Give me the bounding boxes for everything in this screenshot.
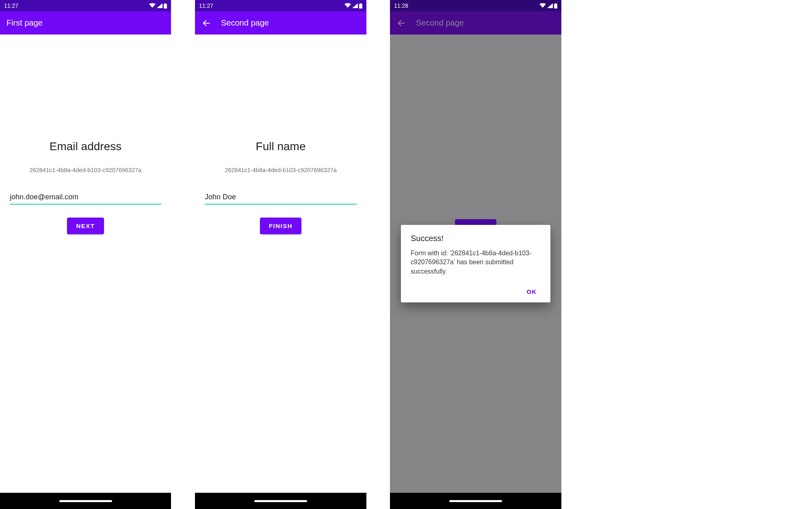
dialog-title: Success! <box>411 234 541 243</box>
form-block: Email address 262841c1-4b8a-4ded-b103-c9… <box>0 140 171 234</box>
back-button[interactable] <box>201 18 211 28</box>
layout-gap <box>171 0 195 509</box>
page-title: First page <box>6 18 43 28</box>
app-bar: Second page <box>195 11 366 35</box>
page-body: Full name 262841c1-4b8a-4ded-b103-c92076… <box>195 35 366 493</box>
status-icons <box>539 3 557 9</box>
finish-button[interactable]: FINISH <box>260 218 301 234</box>
system-nav-bar[interactable] <box>0 493 171 509</box>
field-label: Full name <box>256 140 306 153</box>
status-time: 11:27 <box>4 2 18 9</box>
page-title: Second page <box>221 18 269 28</box>
svg-rect-3 <box>360 3 362 4</box>
dialog-body: Form with id: '262841c1-4b8a-4ded-b103-c… <box>411 249 541 276</box>
arrow-back-icon <box>397 19 406 28</box>
phone-screen-1: 11:27 First page Email address 262841c1-… <box>0 0 171 509</box>
status-icons <box>149 3 167 9</box>
phone-screen-2: 11:27 Second page Full name 262841c1-4b8… <box>195 0 366 509</box>
field-label: Email address <box>50 140 121 153</box>
wifi-icon <box>344 3 351 8</box>
nav-home-pill[interactable] <box>254 500 307 502</box>
email-input[interactable] <box>10 190 161 205</box>
success-dialog: Success! Form with id: '262841c1-4b8a-4d… <box>401 225 550 302</box>
wifi-icon <box>539 3 546 8</box>
battery-icon <box>164 3 167 9</box>
svg-rect-4 <box>554 4 557 9</box>
dialog-actions: OK <box>411 284 541 299</box>
nav-home-pill[interactable] <box>449 500 502 502</box>
signal-icon <box>352 3 358 8</box>
dialog-overlay: Success! Form with id: '262841c1-4b8a-4d… <box>390 35 561 493</box>
dialog-ok-button[interactable]: OK <box>523 284 541 299</box>
svg-rect-0 <box>164 4 167 9</box>
svg-rect-1 <box>165 3 166 4</box>
system-nav-bar[interactable] <box>195 493 366 509</box>
svg-rect-2 <box>359 4 362 9</box>
layout-gap <box>366 0 390 509</box>
status-bar: 11:28 <box>390 0 561 11</box>
status-bar: 11:27 <box>0 0 171 11</box>
form-block: Full name 262841c1-4b8a-4ded-b103-c92076… <box>195 140 366 234</box>
svg-rect-5 <box>555 3 556 4</box>
page-body: Email address 262841c1-4b8a-4ded-b103-c9… <box>0 35 171 493</box>
signal-icon <box>157 3 162 8</box>
form-id-text: 262841c1-4b8a-4ded-b103-c9207696327a <box>30 167 142 173</box>
next-button[interactable]: NEXT <box>67 218 104 234</box>
form-id-text: 262841c1-4b8a-4ded-b103-c9207696327a <box>225 167 337 173</box>
back-button <box>396 18 406 28</box>
system-nav-bar[interactable] <box>390 493 561 509</box>
status-time: 11:27 <box>199 2 213 9</box>
phone-screen-3: 11:28 Second page FINISH Success! Form w… <box>390 0 561 509</box>
arrow-back-icon <box>202 19 211 28</box>
nav-home-pill[interactable] <box>59 500 112 502</box>
status-time: 11:28 <box>394 2 408 9</box>
page-body: FINISH Success! Form with id: '262841c1-… <box>390 35 561 493</box>
app-bar: First page <box>0 11 171 35</box>
battery-icon <box>359 3 362 9</box>
wifi-icon <box>149 3 156 8</box>
full-name-input[interactable] <box>205 190 357 205</box>
page-title: Second page <box>416 18 464 28</box>
status-icons <box>344 3 362 9</box>
app-bar: Second page <box>390 11 561 35</box>
status-bar: 11:27 <box>195 0 366 11</box>
signal-icon <box>547 3 553 8</box>
battery-icon <box>554 3 557 9</box>
